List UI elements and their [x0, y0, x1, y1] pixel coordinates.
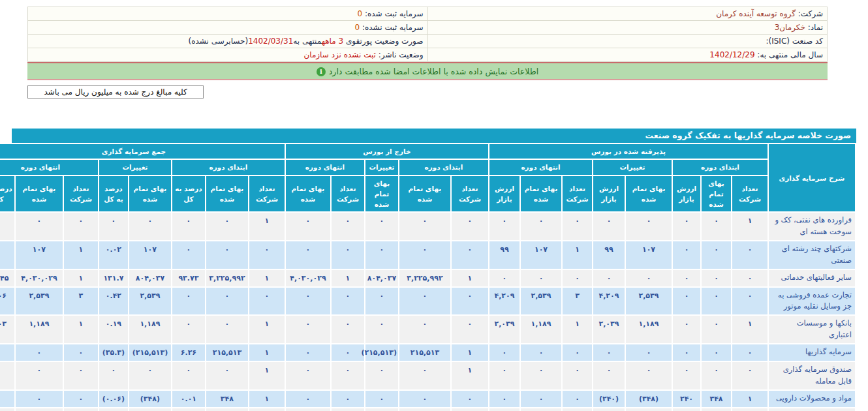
row-description: مواد و محصولات دارویی [769, 391, 855, 407]
cell: ۲,۵۳۹ [129, 288, 171, 315]
cell: ۱۰۷ [626, 241, 672, 269]
table-row: بانکها و موسسات اعتباری۱۰۰۱,۱۸۹۲,۰۳۹۱۱,۱… [0, 316, 855, 343]
fiscal-year-cell: سال مالی منتهی به: 1402/12/29 [427, 48, 828, 62]
cell: ۱ [64, 316, 98, 343]
cell: ۹۹ [489, 241, 519, 269]
cell: ۰ [365, 288, 398, 315]
col-header-cost: بهای تمام شده [206, 176, 248, 212]
cell: ۳,۲۲۵,۹۹۲ [399, 270, 450, 286]
cell: ۰ [489, 344, 519, 361]
row-description: صندوق سرمایه گذاری قابل معامله [769, 362, 855, 389]
cell: ۰ [593, 362, 625, 389]
cell: ۰ [521, 362, 561, 389]
cell: ۱ [563, 316, 592, 343]
cell: ۰ [521, 213, 561, 240]
cell: ۰ [452, 213, 488, 240]
cell: ۲,۰۳۹ [593, 316, 625, 343]
company-info-table: شرکت: گروه توسعه آینده کرمان سرمایه ثبت … [27, 7, 828, 62]
cell: ۰ [673, 241, 700, 269]
registered-capital-value: 0 [357, 9, 362, 18]
company-cell: شرکت: گروه توسعه آینده کرمان [427, 7, 828, 21]
cell: ۰ [64, 362, 98, 389]
cell: ۰ [286, 408, 330, 411]
cell: ۰ [365, 362, 398, 389]
row-description: فراورده های نفتی، کک و سوخت هسته ای [769, 213, 855, 240]
cell: ۰ [286, 316, 330, 343]
col-header-cost: بهای تمام شده [129, 176, 171, 212]
cell: ۰ [702, 316, 731, 343]
company-info-panel: شرکت: گروه توسعه آینده کرمان سرمایه ثبت … [27, 7, 828, 99]
cell: ۱ [332, 270, 364, 286]
info-row: نماد: خکرمان3 سرمایه ثبت نشده: 0 [28, 21, 828, 35]
table-row: فراورده های نفتی، کک و سوخت هسته ای۱۰۰۰۰… [0, 213, 855, 240]
col-header-count: تعداد شرکت [452, 176, 488, 212]
cell: ۱ [249, 316, 285, 343]
cell: ۰ [489, 213, 519, 240]
table-title: صورت خلاصه سرمایه گذاریها به تفکیک گروه … [12, 129, 856, 143]
cell: ۰ [0, 362, 14, 389]
cell: ۱ [64, 241, 98, 269]
cell: ۰ [0, 344, 14, 361]
cell: ۰ [702, 344, 731, 361]
cell: ۳۴۸ [206, 391, 248, 407]
cell: ۰ [626, 344, 672, 361]
cell: ۰ [365, 213, 398, 240]
cell: ۰ [489, 270, 519, 286]
cell: ۱۰۷ [16, 241, 63, 269]
col-header-cost: بهای تمام شده [365, 176, 398, 212]
cell: (۲۴۰) [593, 391, 625, 407]
cell: ۰ [732, 241, 767, 269]
symbol-label: نماد: [808, 23, 823, 32]
cell: ۲۴۰ [673, 391, 700, 407]
signature-match-notice: اطلاعات نمایش داده شده با اطلاعات امضا ش… [27, 62, 828, 80]
cell: (۳۴۸) [626, 391, 672, 407]
cell: ۰ [16, 362, 63, 389]
cell: ۰ [673, 288, 700, 315]
col-header-cost: بهای تمام شده [16, 176, 63, 212]
cell: ۱ [732, 391, 767, 407]
cell: ۰ [172, 241, 205, 269]
cell: ۰.۱۹ [99, 316, 128, 343]
cell: ۰.۰۳ [0, 316, 14, 343]
cell: ۰ [399, 362, 450, 389]
table-row: صندوق سرمایه گذاری قابل معامله۰۰۰۰۰۰۰۰۱۰… [0, 362, 855, 389]
cell: ۰ [286, 241, 330, 269]
group-header-otc: خارج از بورس [286, 144, 488, 159]
statement-period: 3 ماهه [322, 37, 343, 46]
cell: ۰ [521, 391, 561, 407]
cell: ۰ [99, 213, 128, 240]
cell: ۴,۰۳۰,۰۲۹ [16, 270, 63, 286]
period-header-begin: ابتدای دوره [673, 160, 767, 174]
period-header-change: تغییرات [99, 160, 171, 174]
cell: ۰ [673, 316, 700, 343]
cell: ۰ [129, 213, 171, 240]
col-header-cost: بهای تمام شده [286, 176, 330, 212]
cell: ۰ [732, 362, 767, 389]
period-header-end: انتهای دوره [489, 160, 592, 174]
amounts-unit-button[interactable]: کلیه مبالغ درج شده به میلیون ریال می باش… [27, 85, 204, 99]
cell: ۲۱۵,۵۱۳ [206, 344, 248, 361]
row-description: سرمایه گذاریها [769, 344, 855, 361]
cell: ۰ [399, 316, 450, 343]
cell: ۰ [452, 408, 488, 411]
statement-suffix: (حسابرسی نشده) [189, 37, 249, 46]
statement-cell: صورت وضعیت پورتفوی 3 ماههمنتهی به1402/03… [28, 35, 428, 48]
info-row: کد صنعت (ISIC): صورت وضعیت پورتفوی 3 ماه… [28, 35, 828, 48]
cell: ۱۰۷ [521, 241, 561, 269]
row-description: شرکتهای چند رشته ای صنعتی [769, 241, 855, 269]
row-description: تجارت عمده فروشی به جز وسایل نقلیه موتور [769, 288, 855, 315]
cell: ۰.۰۱ [172, 391, 205, 407]
cell: ۰ [206, 316, 248, 343]
fiscal-year-label: سال مالی منتهی به: [757, 50, 823, 59]
company-label: شرکت: [798, 9, 823, 18]
cell: ۰ [365, 241, 398, 269]
cell: ۰ [16, 213, 63, 240]
notice-text: اطلاعات نمایش داده شده با اطلاعات امضا ش… [329, 67, 538, 76]
registered-capital-label: سرمایه ثبت شده: [365, 9, 424, 18]
cell: ۰ [0, 213, 14, 240]
cell: ۰ [332, 362, 364, 389]
cell: ۰ [332, 408, 364, 411]
cell: ۴,۰۳۰,۰۲۹ [286, 270, 330, 286]
cell: ۰ [16, 391, 63, 407]
cell: ۹۹.۴۵ [0, 270, 14, 286]
